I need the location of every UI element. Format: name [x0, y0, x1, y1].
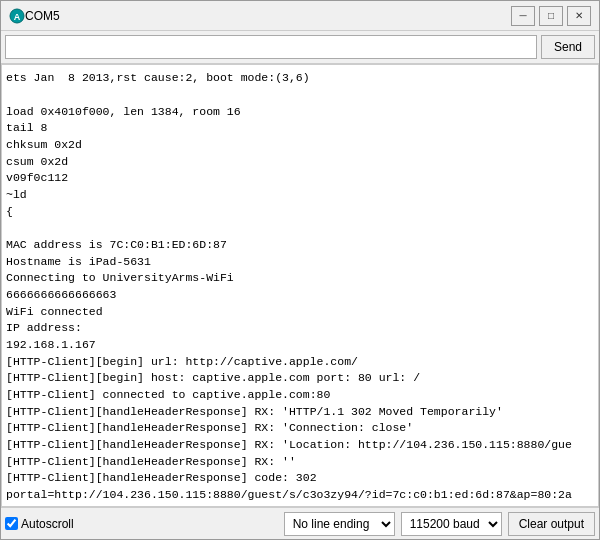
autoscroll-text: Autoscroll — [21, 517, 74, 531]
toolbar: Send — [1, 31, 599, 64]
window-controls: ─ □ ✕ — [511, 6, 591, 26]
output-text: [HTTP-Client][returnError] error(-1): co… — [6, 64, 594, 504]
minimize-button[interactable]: ─ — [511, 6, 535, 26]
send-input[interactable] — [5, 35, 537, 59]
app-icon: A — [9, 8, 25, 24]
maximize-button[interactable]: □ — [539, 6, 563, 26]
send-button[interactable]: Send — [541, 35, 595, 59]
output-area[interactable]: [HTTP-Client][returnError] error(-1): co… — [1, 64, 599, 507]
baud-rate-dropdown[interactable]: 300 baud 1200 baud 2400 baud 4800 baud 9… — [401, 512, 502, 536]
close-button[interactable]: ✕ — [567, 6, 591, 26]
title-bar: A COM5 ─ □ ✕ — [1, 1, 599, 31]
line-ending-dropdown[interactable]: No line ending Newline Carriage return B… — [284, 512, 395, 536]
window-title: COM5 — [25, 9, 511, 23]
status-bar: Autoscroll No line ending Newline Carria… — [1, 507, 599, 539]
clear-output-button[interactable]: Clear output — [508, 512, 595, 536]
svg-text:A: A — [14, 12, 21, 22]
autoscroll-checkbox[interactable] — [5, 517, 18, 530]
autoscroll-label[interactable]: Autoscroll — [5, 517, 74, 531]
main-window: A COM5 ─ □ ✕ Send [HTTP-Client][returnEr… — [0, 0, 600, 540]
